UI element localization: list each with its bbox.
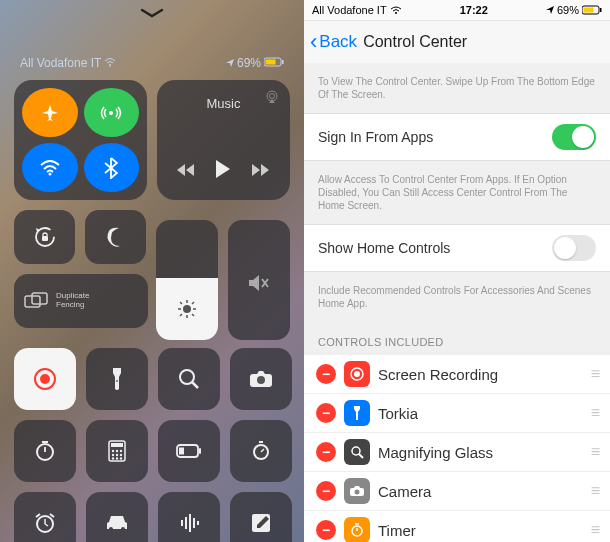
reorder-handle[interactable]: ≡ [591,521,598,539]
car-icon [105,514,129,532]
svg-point-70 [352,447,360,455]
wifi-icon [390,6,402,15]
remove-button[interactable]: − [316,364,336,384]
svg-point-43 [120,457,122,459]
control-row-magnifying-glass[interactable]: − Magnifying Glass ≡ [304,432,610,471]
reorder-handle[interactable]: ≡ [591,365,598,383]
status-bar: All Vodafone IT 17:22 69% [304,0,610,21]
svg-point-64 [395,12,397,14]
bluetooth-icon [104,157,118,179]
prev-track-button[interactable] [177,162,195,180]
flashlight-icon [110,367,124,391]
cellular-data-button[interactable] [84,88,140,137]
timer-icon [34,440,56,462]
music-card[interactable]: Music [157,80,290,200]
battery-label: 69% [557,4,579,16]
brightness-slider[interactable] [156,220,218,340]
svg-rect-34 [111,443,123,447]
reorder-handle[interactable]: ≡ [591,404,598,422]
reorder-handle[interactable]: ≡ [591,443,598,461]
remove-button[interactable]: − [316,403,336,423]
sign-in-apps-toggle[interactable] [552,124,596,150]
back-button[interactable]: Back [319,32,357,52]
battery-icon [582,5,602,15]
low-power-button[interactable] [158,420,220,482]
svg-line-17 [180,314,182,316]
driving-button[interactable] [86,492,148,542]
svg-rect-2 [266,60,276,65]
magnifier-button[interactable] [158,348,220,410]
connectivity-card[interactable] [14,80,147,200]
camera-icon [249,370,273,388]
flashlight-button[interactable] [86,348,148,410]
control-row-screen-recording[interactable]: − Screen Recording ≡ [304,354,610,393]
mute-icon [228,273,290,297]
svg-line-16 [192,314,194,316]
svg-point-10 [183,305,191,313]
screen-mirroring-button[interactable]: Duplicate Fencing [14,274,148,328]
remove-button[interactable]: − [316,442,336,462]
svg-line-27 [192,382,198,388]
svg-rect-66 [584,8,594,13]
home-controls-toggle[interactable] [552,235,596,261]
mirror-icon [24,292,48,310]
location-icon [546,6,554,14]
location-icon [226,56,234,70]
svg-point-7 [270,94,275,99]
wifi-icon [39,159,61,177]
next-track-button[interactable] [252,162,270,180]
control-label: Screen Recording [378,366,583,383]
svg-rect-9 [42,236,48,241]
svg-point-29 [257,376,265,384]
airplane-mode-button[interactable] [22,88,78,137]
alarm-button[interactable] [14,492,76,542]
flashlight-icon [344,400,370,426]
help-text-1: To View The Control Center. Swipe Up Fro… [304,63,610,113]
remove-button[interactable]: − [316,481,336,501]
svg-line-55 [50,514,54,517]
battery-icon [264,56,284,70]
carrier-label: All Vodafone IT [20,56,101,70]
timer-icon [344,517,370,542]
stopwatch-button[interactable] [230,420,292,482]
sign-in-from-apps-row: Sign In From Apps [304,113,610,161]
bluetooth-button[interactable] [84,143,140,192]
airplay-icon[interactable] [264,90,280,107]
orientation-lock-button[interactable] [14,210,75,264]
do-not-disturb-button[interactable] [85,210,146,264]
svg-point-36 [116,450,118,452]
remove-button[interactable]: − [316,520,336,540]
volume-slider[interactable] [228,220,290,340]
svg-point-24 [40,374,50,384]
camera-button[interactable] [230,348,292,410]
stopwatch-icon [250,440,272,462]
control-row-timer[interactable]: − Timer ≡ [304,510,610,542]
cellular-icon [100,102,122,124]
reorder-handle[interactable]: ≡ [591,482,598,500]
airplane-icon [40,103,60,123]
svg-point-40 [120,454,122,456]
svg-point-35 [112,450,114,452]
row-label: Sign In From Apps [318,129,433,145]
play-button[interactable] [215,160,231,182]
control-label: Timer [378,522,583,539]
calculator-button[interactable] [86,420,148,482]
settings-panel: All Vodafone IT 17:22 69% ‹ Back Control… [304,0,610,542]
screen-recording-icon [344,361,370,387]
wifi-button[interactable] [22,143,78,192]
svg-point-42 [116,457,118,459]
notes-button[interactable] [230,492,292,542]
back-arrow-icon[interactable]: ‹ [310,29,317,55]
timer-button[interactable] [14,420,76,482]
svg-point-5 [48,172,51,175]
alarm-icon [33,512,57,534]
hearing-button[interactable] [158,492,220,542]
mirror-label-2: Fencing [56,301,89,310]
screen-recording-button[interactable] [14,348,76,410]
control-row-camera[interactable]: − Camera ≡ [304,471,610,510]
compose-icon [251,513,271,533]
svg-point-38 [112,454,114,456]
control-row-torkia[interactable]: − Torkia ≡ [304,393,610,432]
svg-point-69 [354,371,360,377]
svg-point-37 [120,450,122,452]
